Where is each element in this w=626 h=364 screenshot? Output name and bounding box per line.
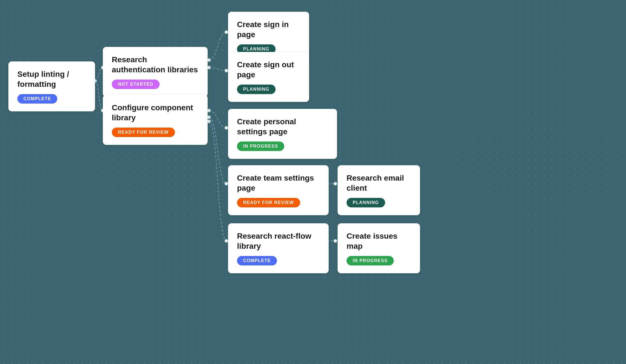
svg-point-17 (334, 239, 337, 243)
svg-point-10 (207, 116, 211, 119)
node-research-reactflow-title: Research react-flow library (237, 231, 320, 252)
svg-point-5 (225, 30, 228, 34)
node-configure-component-badge: READY FOR REVIEW (112, 128, 175, 137)
node-create-issues-map: Create issues map IN PROGRESS (338, 223, 420, 273)
node-create-sign-in-title: Create sign in page (237, 20, 300, 40)
node-research-reactflow-badge: COMPLETE (237, 256, 277, 265)
node-create-sign-out-title: Create sign out page (237, 60, 300, 80)
node-setup-linting-title: Setup linting / formatting (17, 69, 86, 90)
node-create-team-badge: READY FOR REVIEW (237, 198, 300, 207)
svg-point-11 (225, 182, 228, 185)
node-configure-component-title: Configure component library (112, 103, 199, 123)
node-create-personal: Create personal settings page IN PROGRES… (228, 109, 337, 159)
node-create-team-title: Create team settings page (237, 173, 320, 193)
node-create-sign-out: Create sign out page PLANNING (228, 52, 309, 102)
node-configure-component: Configure component library READY FOR RE… (103, 95, 208, 145)
svg-point-9 (225, 126, 228, 130)
node-create-issues-map-badge: IN PROGRESS (347, 256, 394, 265)
node-create-sign-out-badge: PLANNING (237, 85, 276, 94)
node-research-email: Research email client PLANNING (338, 165, 420, 215)
node-create-personal-badge: IN PROGRESS (237, 142, 284, 151)
svg-point-4 (207, 58, 211, 62)
svg-point-8 (207, 109, 211, 112)
svg-point-12 (207, 120, 211, 123)
svg-point-13 (225, 239, 228, 243)
node-setup-linting: Setup linting / formatting COMPLETE (8, 61, 95, 111)
svg-point-7 (225, 69, 228, 72)
node-create-issues-map-title: Create issues map (347, 231, 411, 252)
node-research-auth-badge: NOT STARTED (112, 80, 160, 89)
node-research-auth-title: Research authentication libraries (112, 55, 199, 75)
node-create-personal-title: Create personal settings page (237, 117, 328, 137)
node-setup-linting-badge: COMPLETE (17, 94, 57, 104)
node-research-email-title: Research email client (347, 173, 411, 193)
svg-point-6 (207, 66, 211, 69)
node-research-reactflow: Research react-flow library COMPLETE (228, 223, 329, 273)
svg-point-15 (334, 182, 337, 185)
node-research-email-badge: PLANNING (347, 198, 385, 207)
node-research-auth: Research authentication libraries NOT ST… (103, 47, 208, 97)
node-create-team: Create team settings page READY FOR REVI… (228, 165, 329, 215)
